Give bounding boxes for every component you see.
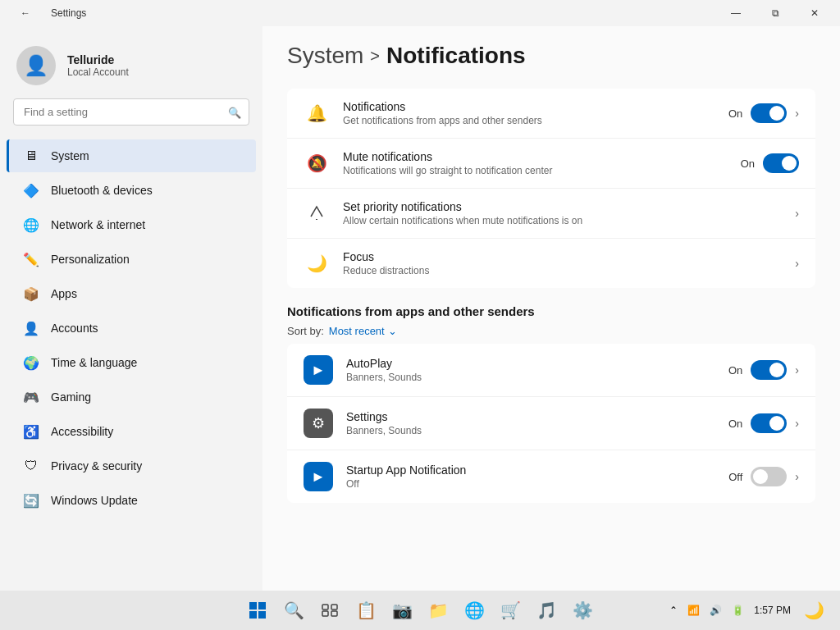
notifications-chevron[interactable]: › [795,107,799,120]
sidebar-item-time[interactable]: 🌍 Time & language [7,346,256,379]
search-input[interactable] [13,98,249,126]
notifications-text: Notifications Get notifications from app… [343,100,715,126]
startup-app-control: Off › [728,467,799,486]
startup-app-text: Startup App Notification Off [346,463,715,490]
tray-battery[interactable]: 🔋 [728,603,747,618]
notifications-row[interactable]: 🔔 Notifications Get notifications from a… [287,89,815,139]
notifications-control: On › [728,103,799,123]
startup-app-row[interactable]: ► Startup App Notification Off Off › [287,450,815,503]
mute-notifications-row[interactable]: 🔕 Mute notifications Notifications will … [287,139,815,189]
minimize-button[interactable]: — [717,0,755,26]
mute-desc: Notifications will go straight to notifi… [343,165,728,176]
apps-icon: 📦 [23,285,39,302]
sidebar-item-personalization[interactable]: ✏️ Personalization [7,243,256,276]
system-tray: ⌃ 📶 🔊 🔋 [666,603,747,618]
avatar-icon: 👤 [24,54,48,77]
autoplay-chevron[interactable]: › [795,363,799,377]
focus-text: Focus Reduce distractions [343,250,782,276]
tray-volume[interactable]: 🔊 [706,603,725,618]
svg-rect-8 [331,611,337,616]
privacy-icon: 🛡 [23,458,39,474]
avatar: 👤 [16,46,56,85]
startup-app-chevron[interactable]: › [795,470,799,483]
titlebar-left: ← Settings [7,0,86,26]
taskbar-notification-bell[interactable]: 🌙 [797,594,830,627]
taskbar-chat[interactable]: 📷 [386,594,418,627]
window-controls: — ⧉ ✕ [717,0,833,26]
clock-time: 1:57 PM [754,605,791,616]
sidebar-item-network[interactable]: 🌐 Network & internet [7,208,256,241]
sidebar-item-bluetooth[interactable]: 🔷 Bluetooth & devices [7,174,256,207]
settings-app-row[interactable]: ⚙ Settings Banners, Sounds On › [287,397,815,450]
back-button[interactable]: ← [7,0,44,26]
sidebar-item-apps[interactable]: 📦 Apps [7,277,256,310]
main-settings-card: 🔔 Notifications Get notifications from a… [287,89,815,288]
taskbar-time[interactable]: 1:57 PM [754,605,791,616]
taskbar-settings[interactable]: ⚙️ [566,594,599,627]
maximize-button[interactable]: ⧉ [756,0,794,26]
sidebar-item-privacy[interactable]: 🛡 Privacy & security [7,450,256,482]
taskbar-explorer[interactable]: 📁 [422,594,454,627]
focus-icon: 🌙 [304,250,330,276]
settings-app-desc: Banners, Sounds [346,425,715,436]
notifications-toggle-thumb [769,106,784,121]
start-button[interactable] [241,594,274,627]
tray-show-hidden[interactable]: ⌃ [666,603,681,618]
update-icon: 🔄 [23,492,39,509]
settings-app-toggle-label: On [728,418,742,430]
autoplay-title: AutoPlay [346,357,715,370]
sidebar-item-system[interactable]: 🖥 System [7,139,256,172]
close-button[interactable]: ✕ [796,0,833,26]
sidebar: 👤 Telluride Local Account 🔍 🖥 System 🔷 B… [0,26,262,630]
search-box[interactable]: 🔍 [13,98,249,126]
focus-row[interactable]: 🌙 Focus Reduce distractions › [287,239,815,288]
priority-notifications-row[interactable]: Set priority notifications Allow certain… [287,189,815,239]
autoplay-row[interactable]: ► AutoPlay Banners, Sounds On › [287,344,815,397]
breadcrumb-parent: System [287,43,363,69]
autoplay-toggle[interactable] [751,360,787,380]
notifications-title: Notifications [343,100,715,113]
settings-app-control: On › [728,413,799,433]
notifications-toggle-label: On [728,107,742,120]
startup-app-title: Startup App Notification [346,463,715,477]
priority-desc: Allow certain notifications when mute no… [343,215,782,226]
taskbar-media[interactable]: 🎵 [530,594,563,627]
priority-title: Set priority notifications [343,200,782,213]
sidebar-item-accounts[interactable]: 👤 Accounts [7,312,256,345]
tray-network[interactable]: 📶 [684,603,703,618]
sidebar-item-accessibility[interactable]: ♿ Accessibility [7,415,256,448]
apps-section-header: Notifications from apps and other sender… [287,304,815,318]
sidebar-item-gaming[interactable]: 🎮 Gaming [7,381,256,413]
taskbar-store[interactable]: 🛒 [494,594,527,627]
sidebar-item-update[interactable]: 🔄 Windows Update [7,484,256,517]
sidebar-label-bluetooth: Bluetooth & devices [51,184,153,197]
username: Telluride [67,53,129,66]
focus-title: Focus [343,250,782,263]
sort-dropdown[interactable]: Most recent ⌄ [329,325,397,337]
gaming-icon: 🎮 [23,389,39,405]
taskbar-edge[interactable]: 🌐 [458,594,491,627]
mute-text: Mute notifications Notifications will go… [343,150,728,176]
taskbar-widgets[interactable]: 📋 [349,594,382,627]
taskbar-task-view[interactable] [313,594,346,627]
sort-row: Sort by: Most recent ⌄ [287,325,815,337]
settings-app-toggle[interactable] [751,413,787,433]
system-icon: 🖥 [23,148,39,164]
taskbar-right: ⌃ 📶 🔊 🔋 1:57 PM 🌙 [666,594,830,627]
taskbar-search[interactable]: 🔍 [277,594,310,627]
startup-app-desc: Off [346,478,715,490]
titlebar: ← Settings — ⧉ ✕ [0,0,840,26]
settings-app-title: Settings [346,410,715,423]
priority-chevron[interactable]: › [795,207,799,220]
content-area: System > Notifications 🔔 Notifications G… [262,26,840,630]
sort-label: Sort by: [287,325,324,337]
focus-chevron[interactable]: › [795,257,799,270]
svg-rect-2 [258,602,266,609]
breadcrumb-separator: > [370,47,380,66]
mute-toggle[interactable] [763,153,799,173]
accessibility-icon: ♿ [23,423,39,440]
startup-app-toggle[interactable] [751,467,787,486]
settings-app-chevron[interactable]: › [795,417,799,430]
sort-value: Most recent [329,325,385,337]
notifications-toggle[interactable] [751,103,787,123]
